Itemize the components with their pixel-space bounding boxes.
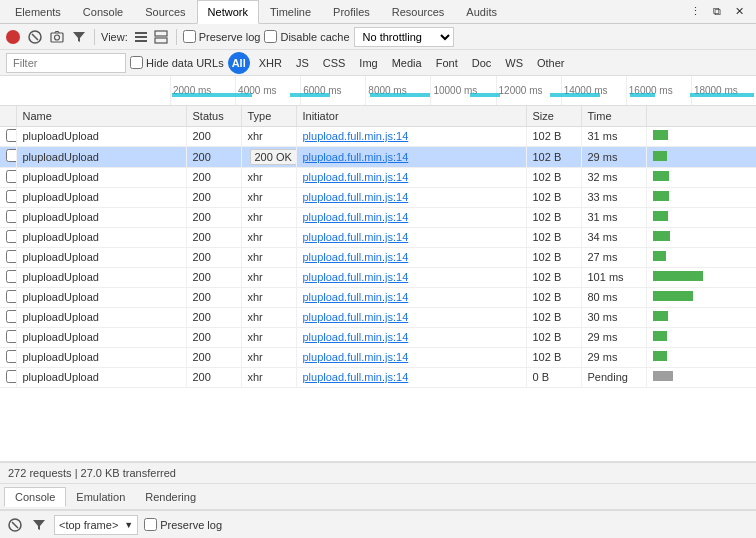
row-checkbox-cell[interactable]	[0, 126, 16, 146]
clear-button[interactable]	[26, 28, 44, 46]
table-row[interactable]: pluploadUpload200xhrplupload.full.min.js…	[0, 247, 756, 267]
row-initiator[interactable]: plupload.full.min.js:14	[296, 247, 526, 267]
initiator-link[interactable]: plupload.full.min.js:14	[303, 371, 409, 383]
row-checkbox[interactable]	[6, 370, 16, 383]
row-checkbox[interactable]	[6, 350, 16, 363]
table-row[interactable]: pluploadUpload200xhrplupload.full.min.js…	[0, 307, 756, 327]
row-checkbox[interactable]	[6, 250, 16, 263]
disable-cache-label[interactable]: Disable cache	[264, 30, 349, 43]
row-checkbox[interactable]	[6, 330, 16, 343]
row-checkbox-cell[interactable]	[0, 247, 16, 267]
preserve-log-label[interactable]: Preserve log	[183, 30, 261, 43]
hide-data-urls-label[interactable]: Hide data URLs	[130, 56, 224, 69]
initiator-link[interactable]: plupload.full.min.js:14	[303, 291, 409, 303]
detach-icon[interactable]: ⧉	[708, 3, 726, 21]
th-name[interactable]: Name	[16, 106, 186, 126]
tab-elements[interactable]: Elements	[4, 0, 72, 24]
row-initiator[interactable]: plupload.full.min.js:14	[296, 287, 526, 307]
row-checkbox[interactable]	[6, 170, 16, 183]
initiator-link[interactable]: plupload.full.min.js:14	[303, 211, 409, 223]
row-initiator[interactable]: plupload.full.min.js:14	[296, 207, 526, 227]
row-checkbox[interactable]	[6, 210, 16, 223]
filter-input[interactable]	[6, 53, 126, 73]
initiator-link[interactable]: plupload.full.min.js:14	[303, 191, 409, 203]
bottom-tab-emulation[interactable]: Emulation	[66, 488, 135, 506]
close-icon[interactable]: ✕	[730, 3, 748, 21]
table-row[interactable]: pluploadUpload200xhrplupload.full.min.js…	[0, 227, 756, 247]
initiator-link[interactable]: plupload.full.min.js:14	[303, 151, 409, 163]
th-size[interactable]: Size	[526, 106, 581, 126]
row-initiator[interactable]: plupload.full.min.js:14	[296, 347, 526, 367]
tab-resources[interactable]: Resources	[381, 0, 456, 24]
camera-button[interactable]	[48, 28, 66, 46]
filter-ws[interactable]: WS	[500, 56, 528, 70]
tab-profiles[interactable]: Profiles	[322, 0, 381, 24]
filter-other[interactable]: Other	[532, 56, 570, 70]
row-checkbox-cell[interactable]	[0, 307, 16, 327]
row-checkbox-cell[interactable]	[0, 207, 16, 227]
row-checkbox[interactable]	[6, 230, 16, 243]
network-table-container[interactable]: Name Status Type Initiator Size Time plu…	[0, 106, 756, 462]
row-checkbox-cell[interactable]	[0, 167, 16, 187]
filter-media[interactable]: Media	[387, 56, 427, 70]
filter-font[interactable]: Font	[431, 56, 463, 70]
tab-console[interactable]: Console	[72, 0, 134, 24]
row-checkbox[interactable]	[6, 149, 16, 162]
row-initiator[interactable]: plupload.full.min.js:14	[296, 307, 526, 327]
table-row[interactable]: pluploadUpload200xhrplupload.full.min.js…	[0, 347, 756, 367]
filter-toggle-button[interactable]	[70, 28, 88, 46]
filter-console-button[interactable]	[30, 516, 48, 534]
tab-timeline[interactable]: Timeline	[259, 0, 322, 24]
frame-select[interactable]: <top frame> ▼	[54, 515, 138, 535]
row-initiator[interactable]: plupload.full.min.js:14	[296, 227, 526, 247]
table-row[interactable]: pluploadUpload200xhrplupload.full.min.js…	[0, 126, 756, 146]
row-initiator[interactable]: plupload.full.min.js:14	[296, 187, 526, 207]
initiator-link[interactable]: plupload.full.min.js:14	[303, 130, 409, 142]
filter-css[interactable]: CSS	[318, 56, 351, 70]
tab-audits[interactable]: Audits	[455, 0, 508, 24]
disable-cache-checkbox[interactable]	[264, 30, 277, 43]
tab-network[interactable]: Network	[197, 0, 259, 24]
table-row[interactable]: pluploadUpload200200 OKplupload.full.min…	[0, 146, 756, 167]
more-options-icon[interactable]: ⋮	[686, 3, 704, 21]
th-initiator[interactable]: Initiator	[296, 106, 526, 126]
initiator-link[interactable]: plupload.full.min.js:14	[303, 351, 409, 363]
th-status[interactable]: Status	[186, 106, 241, 126]
preserve-log-checkbox[interactable]	[183, 30, 196, 43]
initiator-link[interactable]: plupload.full.min.js:14	[303, 231, 409, 243]
row-checkbox-cell[interactable]	[0, 146, 16, 167]
row-initiator[interactable]: plupload.full.min.js:14	[296, 327, 526, 347]
row-checkbox-cell[interactable]	[0, 367, 16, 387]
list-view-button[interactable]	[132, 28, 150, 46]
row-checkbox-cell[interactable]	[0, 347, 16, 367]
table-row[interactable]: pluploadUpload200xhrplupload.full.min.js…	[0, 367, 756, 387]
initiator-link[interactable]: plupload.full.min.js:14	[303, 251, 409, 263]
th-time[interactable]: Time	[581, 106, 646, 126]
table-row[interactable]: pluploadUpload200xhrplupload.full.min.js…	[0, 187, 756, 207]
initiator-link[interactable]: plupload.full.min.js:14	[303, 271, 409, 283]
table-row[interactable]: pluploadUpload200xhrplupload.full.min.js…	[0, 267, 756, 287]
initiator-link[interactable]: plupload.full.min.js:14	[303, 331, 409, 343]
th-waterfall[interactable]	[646, 106, 756, 126]
th-type[interactable]: Type	[241, 106, 296, 126]
row-checkbox-cell[interactable]	[0, 227, 16, 247]
row-checkbox[interactable]	[6, 129, 16, 142]
row-checkbox-cell[interactable]	[0, 287, 16, 307]
row-initiator[interactable]: plupload.full.min.js:14	[296, 167, 526, 187]
filter-js[interactable]: JS	[291, 56, 314, 70]
bottom-tab-rendering[interactable]: Rendering	[135, 488, 206, 506]
tab-sources[interactable]: Sources	[134, 0, 196, 24]
row-initiator[interactable]: plupload.full.min.js:14	[296, 146, 526, 167]
throttle-select[interactable]: No throttling GPRS Offline	[354, 27, 454, 47]
row-initiator[interactable]: plupload.full.min.js:14	[296, 126, 526, 146]
hide-data-urls-checkbox[interactable]	[130, 56, 143, 69]
filter-all-button[interactable]: All	[228, 52, 250, 74]
row-checkbox[interactable]	[6, 270, 16, 283]
initiator-link[interactable]: plupload.full.min.js:14	[303, 171, 409, 183]
row-checkbox-cell[interactable]	[0, 327, 16, 347]
row-checkbox[interactable]	[6, 310, 16, 323]
table-row[interactable]: pluploadUpload200xhrplupload.full.min.js…	[0, 327, 756, 347]
preserve-log-bottom-label[interactable]: Preserve log	[144, 518, 222, 531]
large-rows-button[interactable]	[152, 28, 170, 46]
filter-doc[interactable]: Doc	[467, 56, 497, 70]
